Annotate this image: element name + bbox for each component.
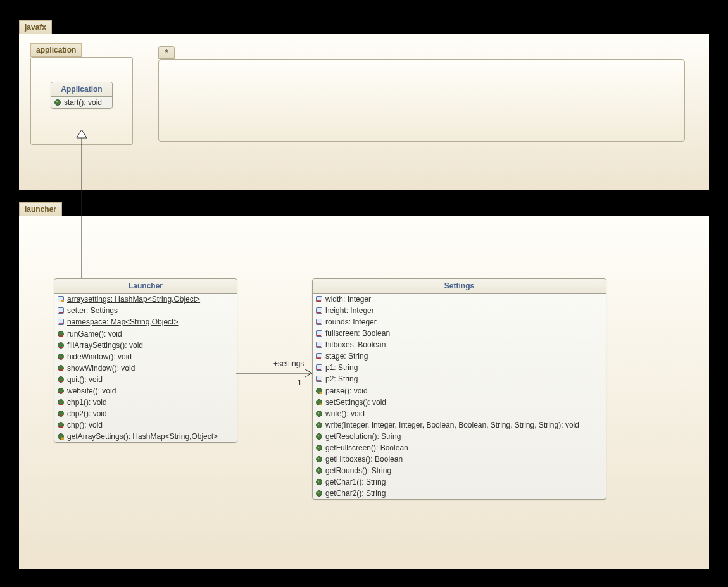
member-text: chp2(): void [67, 409, 107, 418]
association-role-label: +settings [273, 359, 304, 368]
member-text: parse(): void [325, 386, 368, 395]
class-launcher-header: Launcher [54, 279, 237, 294]
method-private-icon [57, 353, 65, 361]
member-text: getResolution(): String [325, 432, 401, 441]
member-text: write(Integer, Integer, Integer, Boolean… [325, 421, 579, 429]
method-public-icon [315, 467, 323, 474]
method-public-icon [315, 410, 323, 417]
method-private-icon [57, 376, 65, 383]
method-row: chp2(): void [54, 408, 237, 419]
star-box [158, 59, 685, 142]
member-text: getFullscreen(): Boolean [325, 443, 408, 452]
field-private-icon [57, 307, 65, 314]
member-text: write(): void [325, 409, 365, 418]
field-row: width: Integer [313, 294, 606, 305]
field-private-icon [315, 318, 323, 326]
class-application-methods: start(): void [51, 97, 112, 108]
field-row: namespace: Map<String,Object> [54, 316, 237, 328]
method-row: website(): void [54, 385, 237, 397]
method-row: getChar2(): String [313, 488, 606, 499]
member-text: getHitboxes(): Boolean [325, 455, 403, 464]
method-row: chp(): void [54, 419, 237, 431]
package-application-tab: application [30, 43, 82, 57]
member-text: runGame(): void [67, 330, 122, 338]
method-private-icon [57, 342, 65, 349]
field-private-icon [315, 295, 323, 303]
class-settings-methods: parse(): voidsetSettings(): voidwrite():… [313, 385, 606, 499]
member-text: stage: String [325, 352, 368, 361]
member-text: width: Integer [325, 295, 371, 304]
member-text: arraysettings: HashMap<String,Object> [67, 295, 200, 304]
package-javafx-tab: javafx [19, 20, 52, 34]
field-private-icon [315, 352, 323, 360]
member-text: getRounds(): String [325, 466, 391, 475]
field-private-icon [315, 375, 323, 383]
method-public-icon [315, 421, 323, 429]
member-text: getChar1(): String [325, 478, 386, 486]
field-row: fullscreen: Boolean [313, 328, 606, 339]
member-text: hideWindow(): void [67, 352, 132, 361]
field-row: rounds: Integer [313, 316, 606, 328]
method-row: hideWindow(): void [54, 351, 237, 362]
field-row: setter: Settings [54, 305, 237, 316]
field-private-icon [315, 330, 323, 337]
field-row: stage: String [313, 350, 606, 362]
method-row: getHitboxes(): Boolean [313, 454, 606, 465]
member-text: hitboxes: Boolean [325, 340, 386, 349]
member-text: getArraySettings(): HashMap<String,Objec… [67, 432, 218, 441]
field-row: arraysettings: HashMap<String,Object> [54, 294, 237, 305]
class-settings-name: Settings [444, 281, 474, 290]
member-text: website(): void [67, 386, 116, 395]
method-row: getResolution(): String [313, 431, 606, 442]
method-row: parse(): void [313, 385, 606, 397]
method-row: showWindow(): void [54, 362, 237, 374]
member-text: showWindow(): void [67, 364, 135, 373]
method-protected-icon [315, 387, 323, 395]
field-row: hitboxes: Boolean [313, 339, 606, 350]
method-public-icon [54, 99, 61, 106]
method-row: write(): void [313, 408, 606, 419]
method-row: chp1(): void [54, 397, 237, 408]
method-private-icon [57, 421, 65, 429]
method-row: getRounds(): String [313, 465, 606, 476]
package-launcher-tab: launcher [19, 202, 62, 216]
method-row: write(Integer, Integer, Integer, Boolean… [313, 419, 606, 431]
member-text: height: Integer [325, 306, 374, 315]
method-row: start(): void [51, 97, 112, 108]
field-row: p2: String [313, 373, 606, 385]
method-private-icon [57, 330, 65, 338]
field-private-icon [57, 318, 65, 326]
method-public-icon [315, 490, 323, 497]
method-row: quit(): void [54, 374, 237, 385]
class-application-name: Application [61, 85, 102, 94]
method-row: fillArraySettings(): void [54, 340, 237, 351]
package-javafx-label: javafx [25, 23, 46, 32]
class-settings-fields: width: Integerheight: Integerrounds: Int… [313, 294, 606, 385]
member-text: setSettings(): void [325, 398, 386, 407]
method-public-icon [315, 444, 323, 452]
method-row: getArraySettings(): HashMap<String,Objec… [54, 431, 237, 442]
member-text: start(): void [64, 98, 102, 107]
method-private-icon [57, 410, 65, 417]
class-launcher-name: Launcher [129, 281, 163, 290]
class-launcher-fields: arraysettings: HashMap<String,Object>set… [54, 294, 237, 328]
member-text: fillArraySettings(): void [67, 341, 143, 350]
association-multiplicity-label: 1 [298, 378, 302, 387]
method-public-icon [315, 433, 323, 440]
member-text: chp(): void [67, 421, 103, 429]
field-private-icon [315, 341, 323, 349]
star-tab: * [158, 46, 175, 59]
class-application-header: Application [51, 82, 112, 97]
method-public-icon [315, 455, 323, 463]
field-protected-icon [57, 295, 65, 303]
method-protected-icon [57, 433, 65, 440]
field-row: p1: String [313, 362, 606, 373]
field-row: height: Integer [313, 305, 606, 316]
class-launcher: Launcher arraysettings: HashMap<String,O… [54, 278, 237, 443]
member-text: p2: String [325, 374, 358, 383]
class-launcher-methods: runGame(): voidfillArraySettings(): void… [54, 328, 237, 442]
class-application: Application start(): void [51, 82, 113, 109]
member-text: getChar2(): String [325, 489, 386, 498]
method-protected-icon [315, 399, 323, 406]
method-public-icon [315, 478, 323, 486]
